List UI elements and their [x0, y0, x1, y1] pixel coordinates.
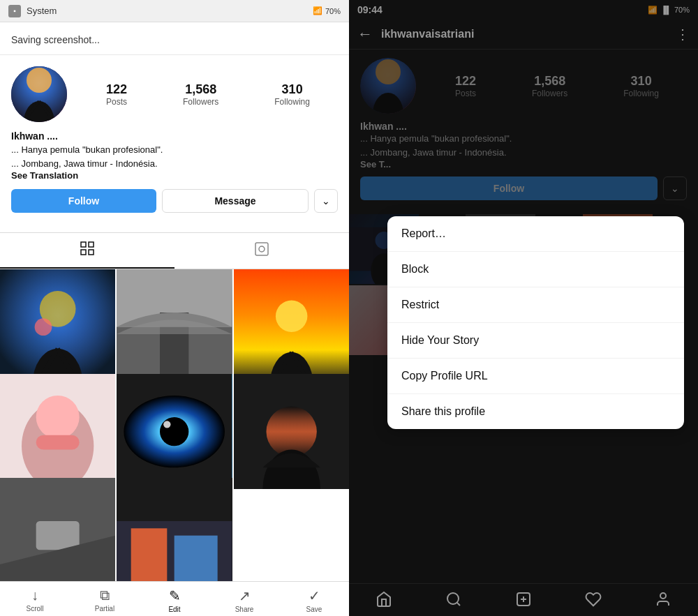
profile-tab-bar	[0, 232, 349, 269]
svg-point-32	[163, 421, 170, 428]
photo-cell[interactable]	[0, 269, 115, 384]
avatar	[11, 66, 67, 122]
svg-point-34	[266, 406, 316, 456]
nav-edit[interactable]: ✎ Edit	[140, 587, 209, 613]
scroll-icon: ↓	[31, 587, 38, 603]
menu-item-share-profile[interactable]: Share this profile	[387, 394, 684, 429]
photo-grid-left	[0, 269, 349, 581]
svg-point-16	[35, 318, 52, 336]
message-button[interactable]: Message	[162, 189, 309, 213]
tag-icon	[253, 241, 270, 261]
svg-rect-41	[174, 536, 218, 581]
profile-top: 122 Posts 1,568 Followers 310 Following	[11, 66, 338, 122]
bio-line-2: ... Jombang, Jawa timur - Indonésia.	[11, 157, 338, 171]
signal-icon: 📶	[313, 6, 322, 15]
nav-share-label: Share	[235, 606, 254, 613]
photo-cell[interactable]	[117, 478, 232, 581]
following-count: 310	[282, 82, 303, 97]
nav-scroll[interactable]: ↓ Scroll	[0, 587, 70, 613]
menu-item-block[interactable]: Block	[387, 252, 684, 287]
system-bar-text: System	[27, 6, 57, 16]
svg-point-10	[259, 246, 265, 252]
edit-icon: ✎	[169, 587, 181, 604]
posts-count: 122	[106, 82, 127, 97]
bio-name: Ikhwan ....	[11, 130, 338, 142]
system-icon: ▪	[8, 5, 21, 17]
posts-stat: 122 Posts	[106, 82, 127, 107]
menu-item-report[interactable]: Report…	[387, 216, 684, 252]
share-icon: ↗	[239, 587, 251, 604]
see-translation-btn[interactable]: See Translation	[11, 170, 338, 181]
svg-rect-28	[36, 435, 80, 449]
followers-count: 1,568	[185, 82, 216, 97]
posts-label: Posts	[106, 97, 127, 107]
tab-tagged[interactable]	[174, 233, 349, 269]
nav-save[interactable]: ✓ Save	[279, 587, 349, 613]
following-label: Following	[274, 97, 310, 107]
nav-partial-label: Partial	[95, 605, 114, 613]
system-bar: ▪ System 📶 70%	[0, 0, 349, 22]
nav-save-label: Save	[306, 606, 322, 613]
svg-point-27	[36, 396, 80, 439]
left-panel: ▪ System 📶 70% Saving screenshot...	[0, 0, 349, 616]
nav-scroll-label: Scroll	[26, 605, 43, 613]
bio-line-1: ... Hanya pemula "bukan profesional".	[11, 143, 338, 157]
svg-point-31	[160, 417, 188, 446]
nav-share[interactable]: ↗ Share	[209, 587, 279, 613]
right-panel: 09:44 📶 ▐▌ 70% ← ikhwanvaisatriani ⋮	[349, 0, 698, 616]
stats-row: 122 Posts 1,568 Followers 310 Following	[78, 82, 338, 107]
photo-cell[interactable]	[234, 269, 349, 384]
profile-bio: Ikhwan .... ... Hanya pemula "bukan prof…	[11, 130, 338, 181]
svg-rect-8	[89, 250, 94, 255]
nav-partial[interactable]: ⧉ Partial	[70, 587, 140, 613]
profile-section-left: 122 Posts 1,568 Followers 310 Following …	[0, 55, 349, 232]
follow-button[interactable]: Follow	[11, 189, 156, 213]
photo-cell[interactable]	[117, 374, 232, 489]
bottom-nav-left: ↓ Scroll ⧉ Partial ✎ Edit ↗ Share ✓ Save	[0, 581, 349, 616]
svg-point-21	[276, 300, 307, 331]
menu-item-hide-story[interactable]: Hide Your Story	[387, 323, 684, 359]
avatar-image	[11, 66, 67, 122]
photo-cell[interactable]	[117, 269, 232, 384]
tab-grid[interactable]	[0, 233, 174, 269]
photo-cell[interactable]	[234, 374, 349, 489]
svg-rect-7	[81, 250, 86, 255]
nav-edit-label: Edit	[168, 606, 180, 613]
svg-rect-9	[255, 243, 268, 255]
grid-icon	[79, 240, 96, 260]
menu-item-restrict[interactable]: Restrict	[387, 287, 684, 323]
photo-cell[interactable]	[0, 478, 115, 581]
partial-icon: ⧉	[100, 587, 110, 603]
battery-icon: 70%	[325, 7, 341, 15]
svg-point-1	[27, 68, 52, 93]
followers-stat: 1,568 Followers	[183, 82, 218, 107]
following-stat: 310 Following	[274, 82, 310, 107]
svg-rect-40	[131, 529, 168, 581]
followers-label: Followers	[183, 97, 218, 107]
more-options-button[interactable]: ⌄	[314, 189, 338, 213]
save-icon: ✓	[309, 587, 320, 604]
action-buttons: Follow Message ⌄	[11, 189, 338, 213]
context-menu-overlay[interactable]: Report… Block Restrict Hide Your Story C…	[349, 0, 698, 616]
system-bar-icons: 📶 70%	[313, 6, 341, 15]
svg-rect-5	[81, 242, 86, 247]
svg-rect-37	[36, 521, 80, 550]
notification-card: Saving screenshot...	[0, 22, 349, 55]
context-menu: Report… Block Restrict Hide Your Story C…	[387, 216, 684, 429]
notification-text: Saving screenshot...	[11, 34, 100, 45]
menu-item-copy-url[interactable]: Copy Profile URL	[387, 359, 684, 394]
svg-rect-6	[89, 242, 94, 247]
photo-cell[interactable]	[0, 374, 115, 489]
